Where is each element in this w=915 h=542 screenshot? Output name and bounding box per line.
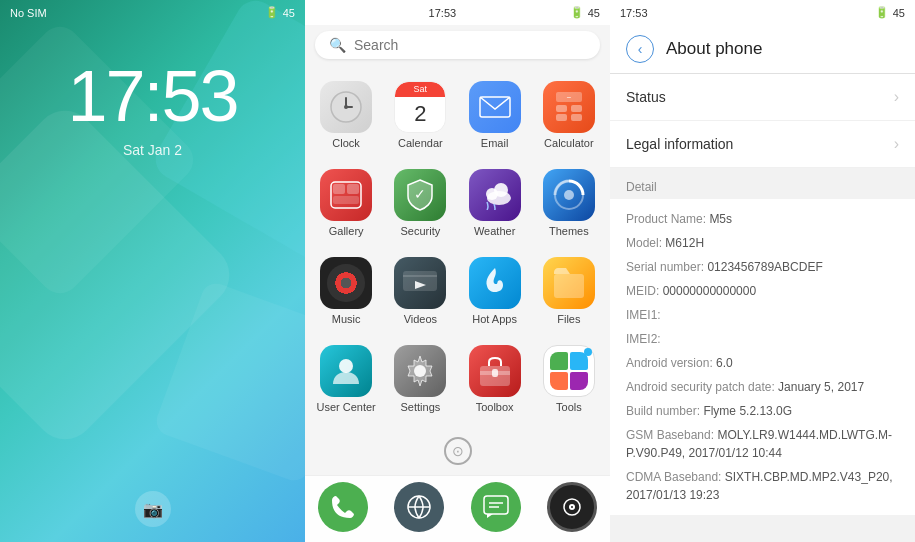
svg-rect-9: [556, 114, 567, 121]
legal-chevron: ›: [894, 135, 899, 153]
music-label: Music: [332, 313, 361, 325]
detail-security-patch: Android security patch date: January 5, …: [626, 375, 899, 399]
about-battery-icon: 🔋: [875, 6, 889, 19]
drawer-battery-icon: 🔋: [570, 6, 584, 19]
hotapps-label: Hot Apps: [472, 313, 517, 325]
svg-rect-24: [554, 274, 584, 298]
detail-android-version: Android version: 6.0: [626, 351, 899, 375]
dock-camera-button[interactable]: [547, 482, 597, 532]
files-label: Files: [557, 313, 580, 325]
hotapps-icon: [469, 257, 521, 309]
detail-serial: Serial number: 0123456789ABCDEF: [626, 255, 899, 279]
svg-rect-7: [556, 105, 567, 112]
svg-rect-32: [484, 496, 508, 514]
detail-product-name: Product Name: M5s: [626, 207, 899, 231]
svg-point-37: [571, 506, 573, 508]
clock-icon: [320, 81, 372, 133]
tools-badge: [584, 348, 592, 356]
svg-rect-12: [333, 184, 345, 194]
about-title: About phone: [666, 39, 762, 59]
calculator-label: Calculator: [544, 137, 594, 149]
app-item-themes[interactable]: Themes: [532, 161, 606, 249]
drawer-time: 17:53: [429, 7, 457, 19]
app-item-clock[interactable]: Clock: [309, 73, 383, 161]
drawer-battery: 45: [588, 7, 600, 19]
app-item-files[interactable]: Files: [532, 249, 606, 337]
detail-build-number: Build number: Flyme 5.2.13.0G: [626, 399, 899, 423]
legal-label: Legal information: [626, 136, 733, 152]
tools-icon: [543, 345, 595, 397]
status-label: Status: [626, 89, 666, 105]
about-status-bar: 17:53 🔋 45: [610, 0, 915, 25]
clock-label: Clock: [332, 137, 360, 149]
security-icon: ✓: [394, 169, 446, 221]
svg-point-25: [339, 359, 353, 373]
app-item-toolbox[interactable]: Toolbox: [458, 337, 532, 425]
page-indicator[interactable]: ⊙: [444, 437, 472, 465]
app-item-settings[interactable]: Settings: [383, 337, 457, 425]
settings-icon: [394, 345, 446, 397]
detail-model: Model: M612H: [626, 231, 899, 255]
app-grid: Clock Sat 2 Calendar Email: [305, 65, 610, 433]
back-icon: ‹: [638, 41, 643, 57]
calendar-label: Calendar: [398, 137, 443, 149]
svg-rect-10: [571, 114, 582, 121]
themes-icon: [543, 169, 595, 221]
detail-gsm-baseband: GSM Baseband: MOLY.LR9.W1444.MD.LWTG.M-P…: [626, 423, 899, 465]
weather-icon: [469, 169, 521, 221]
app-item-tools[interactable]: Tools: [532, 337, 606, 425]
calendar-icon: Sat 2: [394, 81, 446, 133]
drawer-status-bar: 17:53 🔋 45: [305, 0, 610, 25]
svg-rect-21: [403, 271, 437, 291]
back-button[interactable]: ‹: [626, 35, 654, 63]
gallery-label: Gallery: [329, 225, 364, 237]
svg-text:✓: ✓: [414, 186, 426, 202]
calculator-icon: −: [543, 81, 595, 133]
lock-battery-icon: 🔋: [265, 6, 279, 19]
lock-status-bar: No SIM 🔋 45: [0, 0, 305, 25]
about-time: 17:53: [620, 7, 648, 19]
app-item-music[interactable]: Music: [309, 249, 383, 337]
app-item-email[interactable]: Email: [458, 73, 532, 161]
svg-rect-13: [347, 184, 359, 194]
weather-label: Weather: [474, 225, 515, 237]
files-icon: [543, 257, 595, 309]
svg-point-20: [564, 190, 574, 200]
lock-date: Sat Jan 2: [0, 142, 305, 158]
toolbox-label: Toolbox: [476, 401, 514, 413]
dock-browser-button[interactable]: [394, 482, 444, 532]
lock-carrier: No SIM: [10, 7, 47, 19]
search-input[interactable]: [354, 37, 586, 53]
app-item-weather[interactable]: Weather: [458, 161, 532, 249]
search-bar[interactable]: 🔍: [315, 31, 600, 59]
gallery-icon: [320, 169, 372, 221]
app-drawer: 17:53 🔋 45 🔍 Clock Sat: [305, 0, 610, 542]
lock-battery-level: 45: [283, 7, 295, 19]
app-item-usercenter[interactable]: User Center: [309, 337, 383, 425]
app-item-calculator[interactable]: − Calculator: [532, 73, 606, 161]
security-label: Security: [401, 225, 441, 237]
detail-meid: MEID: 00000000000000: [626, 279, 899, 303]
svg-text:−: −: [567, 93, 572, 102]
status-row[interactable]: Status ›: [610, 74, 915, 121]
detail-imei1: IMEI1:: [626, 303, 899, 327]
lock-bottom-bar: 📷: [0, 491, 305, 527]
videos-label: Videos: [404, 313, 437, 325]
app-item-calendar[interactable]: Sat 2 Calendar: [383, 73, 457, 161]
drawer-status-icons: 🔋 45: [570, 6, 600, 19]
detail-section-header: Detail: [610, 169, 915, 199]
app-item-hotapps[interactable]: Hot Apps: [458, 249, 532, 337]
lock-status-icons: 🔋 45: [265, 6, 295, 19]
about-panel: 17:53 🔋 45 ‹ About phone Status › Legal …: [610, 0, 915, 542]
app-item-gallery[interactable]: Gallery: [309, 161, 383, 249]
svg-rect-29: [492, 369, 498, 377]
app-item-videos[interactable]: Videos: [383, 249, 457, 337]
legal-row[interactable]: Legal information ›: [610, 121, 915, 168]
email-label: Email: [481, 137, 509, 149]
dock-phone-button[interactable]: [318, 482, 368, 532]
about-battery: 45: [893, 7, 905, 19]
themes-label: Themes: [549, 225, 589, 237]
lock-camera-button[interactable]: 📷: [135, 491, 171, 527]
app-item-security[interactable]: ✓ Security: [383, 161, 457, 249]
dock-message-button[interactable]: [471, 482, 521, 532]
